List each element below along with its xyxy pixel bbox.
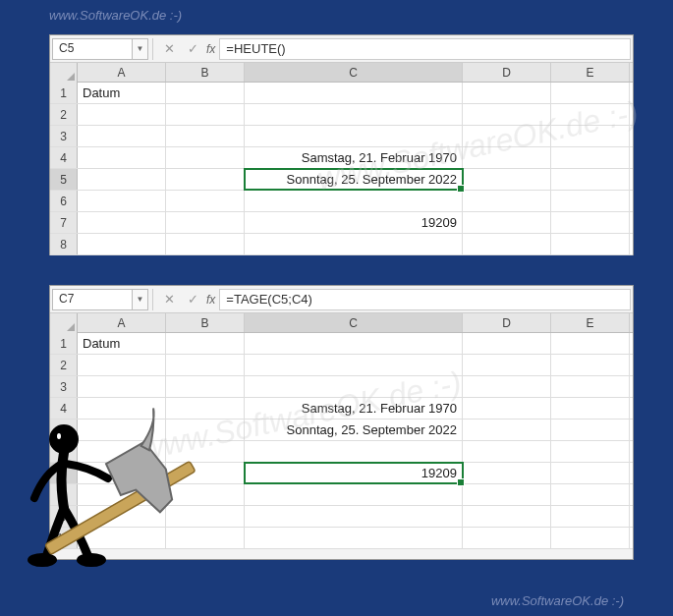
row-header[interactable]: 1 <box>50 83 78 103</box>
cell-b2[interactable] <box>166 104 245 125</box>
cell-d8[interactable] <box>463 234 551 254</box>
cell-c7[interactable]: 19209 <box>245 463 463 483</box>
cell-e2[interactable] <box>551 104 630 125</box>
cell-b7[interactable] <box>166 463 245 483</box>
row-header[interactable]: 8 <box>50 484 78 505</box>
cell-c2[interactable] <box>245 355 463 375</box>
cell-a1[interactable]: Datum <box>78 83 166 103</box>
row-header[interactable]: 7 <box>50 212 78 233</box>
cell-e2[interactable] <box>551 355 630 375</box>
cell-d3[interactable] <box>463 126 551 146</box>
enter-icon[interactable]: ✓ <box>181 38 204 60</box>
cell-e1[interactable] <box>551 333 630 354</box>
formula-input[interactable]: =HEUTE() <box>219 38 631 60</box>
cell-c4[interactable]: Samstag, 21. Februar 1970 <box>245 147 463 168</box>
cell-a1[interactable]: Datum <box>78 333 166 354</box>
cell-b6[interactable] <box>166 191 245 211</box>
row-header[interactable]: 10 <box>50 528 78 548</box>
cell-a7[interactable] <box>78 212 166 233</box>
row-header[interactable]: 4 <box>50 398 78 419</box>
cell-e8[interactable] <box>551 484 630 505</box>
name-box-dropdown[interactable]: ▼ <box>133 289 148 310</box>
cell-a5[interactable] <box>78 420 166 440</box>
cell-b1[interactable] <box>166 83 245 103</box>
cell-d9[interactable] <box>463 506 551 527</box>
cell-c9[interactable] <box>245 506 463 527</box>
cell-d7[interactable] <box>463 463 551 483</box>
column-header-d[interactable]: D <box>463 313 551 332</box>
cell-d5[interactable] <box>463 420 551 440</box>
cell-c6[interactable] <box>245 441 463 462</box>
cell-c8[interactable] <box>245 484 463 505</box>
cell-b3[interactable] <box>166 126 245 146</box>
cell-b7[interactable] <box>166 212 245 233</box>
cell-a8[interactable] <box>78 234 166 254</box>
fx-icon[interactable]: fx <box>206 293 215 307</box>
cell-d1[interactable] <box>463 83 551 103</box>
cell-e6[interactable] <box>551 191 630 211</box>
cell-e10[interactable] <box>551 528 630 548</box>
column-header-d[interactable]: D <box>463 63 551 82</box>
cell-e1[interactable] <box>551 83 630 103</box>
row-header[interactable]: 3 <box>50 126 78 146</box>
cell-a2[interactable] <box>78 104 166 125</box>
cell-a6[interactable] <box>78 441 166 462</box>
cell-c5[interactable]: Sonntag, 25. September 2022 <box>245 420 463 440</box>
row-header[interactable]: 5 <box>50 420 78 440</box>
cell-c3[interactable] <box>245 126 463 146</box>
cell-e4[interactable] <box>551 147 630 168</box>
cell-d10[interactable] <box>463 528 551 548</box>
column-header-c[interactable]: C <box>245 313 463 332</box>
cell-c2[interactable] <box>245 104 463 125</box>
column-header-c[interactable]: C <box>245 63 463 82</box>
cell-a4[interactable] <box>78 398 166 419</box>
cell-b8[interactable] <box>166 484 245 505</box>
cell-b10[interactable] <box>166 528 245 548</box>
row-header[interactable]: 7 <box>50 463 78 483</box>
cell-b6[interactable] <box>166 441 245 462</box>
column-header-e[interactable]: E <box>551 63 630 82</box>
name-box-dropdown[interactable]: ▼ <box>133 38 148 60</box>
cell-d1[interactable] <box>463 333 551 354</box>
name-box[interactable]: C7 <box>52 289 133 310</box>
row-header[interactable]: 4 <box>50 147 78 168</box>
row-header[interactable]: 3 <box>50 376 78 397</box>
cell-b1[interactable] <box>166 333 245 354</box>
column-header-a[interactable]: A <box>78 63 166 82</box>
row-header[interactable]: 6 <box>50 191 78 211</box>
cell-d6[interactable] <box>463 441 551 462</box>
row-header[interactable]: 2 <box>50 355 78 375</box>
cell-c5[interactable]: Sonntag, 25. September 2022 <box>245 169 463 190</box>
cell-b4[interactable] <box>166 398 245 419</box>
cell-e7[interactable] <box>551 212 630 233</box>
column-header-b[interactable]: B <box>166 313 245 332</box>
cell-a8[interactable] <box>78 484 166 505</box>
row-header[interactable]: 9 <box>50 506 78 527</box>
cell-b3[interactable] <box>166 376 245 397</box>
cancel-icon[interactable]: ✕ <box>157 289 181 310</box>
cell-b8[interactable] <box>166 234 245 254</box>
cell-a3[interactable] <box>78 376 166 397</box>
row-header[interactable]: 2 <box>50 104 78 125</box>
cell-c7[interactable]: 19209 <box>245 212 463 233</box>
cell-c1[interactable] <box>245 333 463 354</box>
cell-d3[interactable] <box>463 376 551 397</box>
cell-b5[interactable] <box>166 169 245 190</box>
column-header-e[interactable]: E <box>551 313 630 332</box>
cell-b9[interactable] <box>166 506 245 527</box>
cell-e3[interactable] <box>551 376 630 397</box>
enter-icon[interactable]: ✓ <box>181 289 204 310</box>
cell-d2[interactable] <box>463 104 551 125</box>
cell-a5[interactable] <box>78 169 166 190</box>
cell-d4[interactable] <box>463 398 551 419</box>
cell-d4[interactable] <box>463 147 551 168</box>
cell-b5[interactable] <box>166 420 245 440</box>
cell-c6[interactable] <box>245 191 463 211</box>
select-all-corner[interactable] <box>50 63 78 83</box>
cell-d5[interactable] <box>463 169 551 190</box>
cell-b2[interactable] <box>166 355 245 375</box>
row-header[interactable]: 6 <box>50 441 78 462</box>
cell-a7[interactable] <box>78 463 166 483</box>
cell-a4[interactable] <box>78 147 166 168</box>
cell-a3[interactable] <box>78 126 166 146</box>
